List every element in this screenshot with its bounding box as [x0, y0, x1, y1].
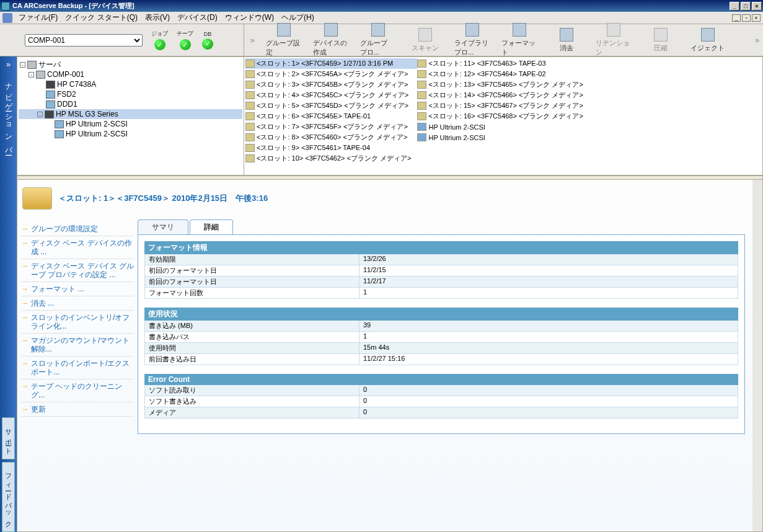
slot-item[interactable]: <スロット: 15> <3F7C5467> <ブランク メディア>	[417, 100, 589, 111]
status-db[interactable]: DB✓	[202, 31, 213, 50]
nav-tab-support[interactable]: サポート	[2, 417, 15, 459]
server-root-icon	[27, 61, 37, 69]
tape-slot-icon	[245, 70, 255, 78]
link-magazine[interactable]: →マガジンのマウント/マウント解除...	[21, 334, 134, 357]
tape-slot-icon	[417, 102, 426, 110]
tool-library-prop[interactable]: ライブラリ プロ...	[454, 23, 490, 57]
slot-item[interactable]: <スロット: 7> <3F7C545F> <ブランク メディア>	[245, 122, 417, 132]
device-tree[interactable]: -サーバ -COMP-001 HP C7438A FSD2 DDD1 -HP M…	[17, 57, 244, 175]
maximize-button[interactable]: □	[741, 2, 751, 11]
table-row: 有効期限13/2/26	[144, 254, 738, 265]
scrollbar[interactable]	[752, 180, 762, 531]
media-icon	[22, 187, 52, 210]
tool-create-device[interactable]: デバイスの作成	[313, 23, 349, 57]
table-row: 使用時間15m 44s	[144, 343, 738, 354]
tape-slot-icon	[417, 81, 426, 89]
tape-slot-icon	[417, 70, 426, 78]
detail-heading: ＜スロット: 1＞＜3F7C5459＞ 2010年2月15日 午後3:16	[58, 193, 268, 204]
menu-help[interactable]: ヘルプ(H)	[278, 11, 318, 24]
tape-drive-icon	[55, 130, 64, 138]
menu-device[interactable]: デバイス(D)	[174, 11, 221, 24]
slot-item[interactable]: <スロット: 10> <3F7C5462> <ブランク メディア>	[245, 153, 417, 164]
link-head-clean[interactable]: →テープ ヘッドのクリーニング...	[21, 379, 134, 402]
drive-item[interactable]: HP Ultrium 2-SCSI	[417, 132, 589, 143]
detail-header: ＜スロット: 1＞＜3F7C5459＞ 2010年2月15日 午後3:16	[20, 185, 745, 221]
disk-icon	[46, 91, 55, 99]
table-row: 書き込み (MB)39	[144, 321, 738, 332]
tool-group-settings[interactable]: グループ設定	[266, 23, 302, 57]
mdi-restore-button[interactable]: ▫	[742, 14, 751, 22]
slot-item[interactable]: <スロット: 12> <3F7C5464> TAPE-02	[417, 69, 589, 79]
slot-item[interactable]: <スロット: 11> <3F7C5463> TAPE-03	[417, 58, 589, 69]
menu-window[interactable]: ウィンドウ(W)	[221, 11, 278, 24]
app-icon	[1, 2, 10, 11]
section-header: Error Count	[144, 374, 738, 385]
toolbar: » グループ設定 デバイスの作成 グループ プロ... スキャン ライブラリ プ…	[244, 24, 763, 56]
slot-item[interactable]: <スロット: 3> <3F7C545B> <ブランク メディア>	[245, 79, 417, 90]
table-row: メディア0	[144, 407, 738, 419]
slot-item[interactable]: <スロット: 2> <3F7C545A> <ブランク メディア>	[245, 69, 417, 79]
section-error-count: Error Countソフト読み取り0ソフト書き込み0メディア0	[144, 374, 738, 419]
tape-slot-icon	[245, 112, 255, 120]
slot-item[interactable]: <スロット: 16> <3F7C5468> <ブランク メディア>	[417, 111, 589, 122]
server-icon	[36, 71, 45, 79]
disk-icon	[46, 100, 55, 109]
tool-group-prop[interactable]: グループ プロ...	[360, 23, 396, 57]
tool-compress: 圧縮	[643, 28, 679, 53]
mdi-close-button[interactable]: ×	[752, 14, 761, 22]
mdi-minimize-button[interactable]: _	[732, 14, 741, 22]
tool-erase[interactable]: 消去	[549, 28, 584, 53]
link-disk-dev-create[interactable]: →ディスク ベース デバイスの作成 ...	[21, 236, 134, 259]
navigation-bar: » ナビゲーション バー サポート フィードバック	[0, 56, 17, 532]
tape-drive-icon	[417, 123, 426, 131]
tape-slot-icon	[245, 133, 255, 141]
slot-item[interactable]: <スロット: 13> <3F7C5465> <ブランク メディア>	[417, 79, 589, 90]
titlebar: CA ARCserve Backup - [デバイス管理] _ □ ×	[0, 0, 763, 12]
tool-eject[interactable]: イジェクト	[690, 28, 726, 53]
tape-slot-icon	[245, 144, 255, 152]
table-row: 書き込みパス1	[144, 332, 738, 343]
tab-summary[interactable]: サマリ	[138, 219, 188, 234]
link-disk-group-prop[interactable]: →ディスク ベース デバイス グループ プロパティの設定 ...	[21, 259, 134, 282]
link-erase[interactable]: →消去 ...	[21, 296, 134, 311]
link-format[interactable]: →フォーマット ...	[21, 282, 134, 296]
slot-item[interactable]: <スロット: 4> <3F7C545C> <ブランク メディア>	[245, 90, 417, 100]
slot-item[interactable]: <スロット: 9> <3F7C5461> TAPE-04	[245, 143, 417, 153]
slot-item[interactable]: <スロット: 5> <3F7C545D> <ブランク メディア>	[245, 100, 417, 111]
menu-quickstart[interactable]: クイック スタート(Q)	[61, 11, 141, 24]
section-header: フォーマット情報	[144, 241, 738, 254]
server-select[interactable]: COMP-001	[25, 34, 143, 47]
tape-drive-icon	[417, 133, 426, 141]
subtoolbar: COMP-001 ジョブ✓ テープ✓ DB✓ » グループ設定 デバイスの作成 …	[0, 24, 763, 56]
tool-format[interactable]: フォーマット	[501, 23, 537, 57]
slot-item[interactable]: <スロット: 8> <3F7C5460> <ブランク メディア>	[245, 132, 417, 143]
menu-view[interactable]: 表示(V)	[141, 11, 174, 24]
slot-item[interactable]: <スロット: 14> <3F7C5466> <ブランク メディア>	[417, 90, 589, 100]
status-job[interactable]: ジョブ✓	[151, 30, 168, 50]
drive-item[interactable]: HP Ultrium 2-SCSI	[417, 122, 589, 132]
link-import-export[interactable]: →スロットのインポート/エクスポート...	[21, 357, 134, 379]
status-tape[interactable]: テープ✓	[177, 30, 193, 50]
table-row: ソフト読み取り0	[144, 385, 738, 396]
link-inventory[interactable]: →スロットのインベントリ/オフライン化...	[21, 311, 134, 334]
slot-item[interactable]: <スロット: 1> <3F7C5459> 1/27/10 3:16 PM	[245, 58, 417, 69]
tape-slot-icon	[245, 91, 255, 99]
slot-item[interactable]: <スロット: 6> <3F7C545E> TAPE-01	[245, 111, 417, 122]
table-row: ソフト書き込み0	[144, 396, 738, 407]
nav-tab-feedback[interactable]: フィードバック	[2, 462, 15, 532]
tree-node-selected[interactable]: -HP MSL G3 Series	[19, 109, 242, 119]
menu-file[interactable]: ファイル(F)	[15, 11, 61, 24]
link-group-env[interactable]: →グループの環境設定	[21, 222, 134, 236]
nav-expand-icon[interactable]: »	[6, 56, 11, 73]
library-icon	[45, 110, 54, 118]
tab-detail[interactable]: 詳細	[190, 219, 233, 234]
close-button[interactable]: ×	[752, 2, 762, 11]
table-row: 初回のフォーマット日11/2/15	[144, 265, 738, 277]
slot-list[interactable]: <スロット: 1> <3F7C5459> 1/27/10 3:16 PM<スロッ…	[244, 57, 762, 175]
tape-slot-icon	[417, 91, 426, 99]
minimize-button[interactable]: _	[730, 2, 739, 11]
tape-slot-icon	[417, 60, 426, 68]
menubar: ファイル(F) クイック スタート(Q) 表示(V) デバイス(D) ウィンドウ…	[0, 12, 763, 24]
link-refresh[interactable]: →更新	[21, 402, 134, 417]
tool-scan: スキャン	[407, 28, 443, 53]
